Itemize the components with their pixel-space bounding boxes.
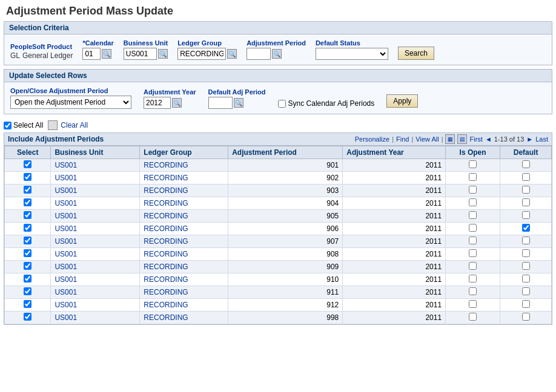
is-open-checkbox[interactable] [469, 262, 477, 270]
cell-default [500, 223, 552, 235]
row-select-checkbox[interactable] [24, 313, 31, 321]
col-default: Default [500, 146, 552, 159]
search-button-group: Search [398, 47, 434, 60]
is-open-checkbox[interactable] [469, 211, 477, 219]
calendar-input[interactable] [82, 48, 101, 60]
default-adj-period-input[interactable] [208, 97, 233, 109]
is-open-checkbox[interactable] [469, 249, 477, 257]
row-select-checkbox[interactable] [24, 249, 31, 257]
default-checkbox[interactable] [522, 198, 530, 206]
is-open-checkbox[interactable] [469, 224, 477, 232]
is-open-checkbox[interactable] [469, 237, 477, 244]
table-row: US001 RECORDING 902 2011 [5, 172, 552, 185]
personalize-link[interactable]: Personalize [355, 136, 389, 143]
cell-ledger-group: RECORDING [140, 223, 228, 235]
next-icon[interactable]: ► [526, 136, 533, 143]
is-open-checkbox[interactable] [469, 173, 477, 181]
table-icon[interactable]: ▤ [457, 134, 467, 144]
table-title: Include Adjustment Periods [8, 135, 104, 143]
col-business-unit: Business Unit [51, 146, 140, 159]
grid-icon[interactable]: ▦ [445, 134, 455, 144]
business-unit-lookup-icon[interactable]: 🔍 [158, 49, 168, 59]
col-is-open: Is Open [446, 146, 500, 159]
adjustment-year-lookup-icon[interactable]: 🔍 [172, 98, 182, 108]
cell-is-open [446, 197, 500, 210]
default-adj-period-lookup-icon[interactable]: 🔍 [234, 98, 243, 108]
calendar-lookup-icon[interactable]: 🔍 [102, 49, 111, 59]
table-row: US001 RECORDING 911 2011 [5, 286, 552, 299]
cell-ledger-group: RECORDING [140, 261, 228, 273]
is-open-checkbox[interactable] [469, 313, 477, 321]
sync-checkbox[interactable] [278, 100, 286, 108]
row-select-checkbox[interactable] [24, 237, 31, 244]
open-close-select[interactable]: Open the Adjustment Period Close the Adj… [10, 96, 131, 109]
row-select-checkbox[interactable] [24, 275, 31, 283]
row-select-checkbox[interactable] [24, 186, 31, 194]
row-select-checkbox[interactable] [24, 173, 31, 181]
is-open-checkbox[interactable] [469, 160, 477, 168]
sync-group: Sync Calendar Adj Periods [278, 99, 375, 108]
find-link[interactable]: Find [396, 136, 409, 143]
col-adjustment-year: Adjustment Year [343, 146, 446, 159]
cell-default [500, 197, 552, 210]
default-checkbox[interactable] [522, 300, 530, 308]
cell-select [5, 273, 51, 286]
default-checkbox[interactable] [522, 211, 530, 219]
table-header: Select Business Unit Ledger Group Adjust… [5, 146, 552, 159]
row-select-checkbox[interactable] [24, 211, 31, 219]
row-select-checkbox[interactable] [24, 287, 31, 295]
is-open-checkbox[interactable] [469, 287, 477, 295]
default-checkbox[interactable] [522, 249, 530, 257]
default-checkbox[interactable] [522, 275, 530, 283]
adjustment-year-value: 🔍 [144, 97, 196, 109]
peoplesoft-product-value: GL General Ledger [10, 51, 73, 60]
first-link[interactable]: First [469, 136, 482, 143]
default-checkbox[interactable] [522, 313, 530, 321]
selection-criteria-header: Selection Criteria [4, 22, 552, 34]
is-open-checkbox[interactable] [469, 275, 477, 283]
ledger-group-input[interactable] [177, 48, 226, 60]
peoplesoft-product-group: PeopleSoft Product GL General Ledger [10, 43, 73, 60]
row-select-checkbox[interactable] [24, 224, 31, 232]
apply-button[interactable]: Apply [386, 94, 418, 108]
sep2: | [411, 136, 413, 143]
select-all-checkbox[interactable] [4, 122, 12, 129]
default-checkbox[interactable] [522, 186, 530, 194]
cell-business-unit: US001 [51, 159, 140, 172]
cell-is-open [446, 172, 500, 185]
adjustment-year-input[interactable] [144, 97, 171, 109]
row-select-checkbox[interactable] [24, 160, 31, 168]
cell-adjustment-period: 912 [228, 299, 343, 312]
default-checkbox[interactable] [522, 224, 530, 232]
business-unit-input[interactable] [124, 48, 157, 60]
ledger-group-lookup-icon[interactable]: 🔍 [227, 49, 237, 59]
cell-is-open [446, 210, 500, 223]
default-checkbox[interactable] [522, 173, 530, 181]
default-status-select[interactable] [316, 48, 388, 60]
view-all-link[interactable]: View All [415, 136, 439, 143]
is-open-checkbox[interactable] [469, 198, 477, 206]
ledger-group-group: Ledger Group 🔍 [177, 39, 237, 60]
default-checkbox[interactable] [522, 287, 530, 295]
default-checkbox[interactable] [522, 262, 530, 270]
default-checkbox[interactable] [522, 160, 530, 168]
cell-ledger-group: RECORDING [140, 210, 228, 223]
cell-select [5, 235, 51, 248]
clear-all-label[interactable]: Clear All [61, 121, 88, 129]
row-select-checkbox[interactable] [24, 300, 31, 308]
is-open-checkbox[interactable] [469, 300, 477, 308]
selection-criteria-body: PeopleSoft Product GL General Ledger *Ca… [4, 34, 552, 65]
last-link[interactable]: Last [535, 136, 548, 143]
row-select-checkbox[interactable] [24, 198, 31, 206]
search-button[interactable]: Search [398, 47, 434, 60]
cell-adjustment-year: 2011 [343, 172, 446, 185]
row-select-checkbox[interactable] [24, 262, 31, 270]
adjustment-period-input[interactable] [247, 48, 271, 60]
prev-icon[interactable]: ◄ [485, 136, 492, 143]
cell-is-open [446, 299, 500, 312]
ledger-group-label: Ledger Group [177, 39, 237, 47]
adjustment-period-lookup-icon[interactable]: 🔍 [272, 49, 282, 59]
default-checkbox[interactable] [522, 237, 530, 244]
is-open-checkbox[interactable] [469, 186, 477, 194]
cell-default [500, 286, 552, 299]
